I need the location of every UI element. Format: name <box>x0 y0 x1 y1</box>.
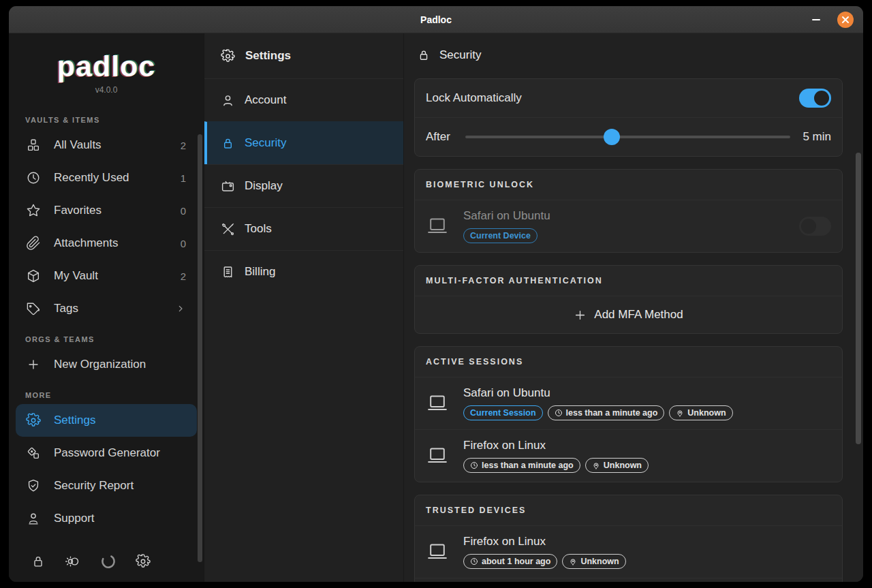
main-scrollbar[interactable] <box>856 153 861 444</box>
session-row[interactable]: Firefox on Linux less than a minute ago … <box>415 430 842 482</box>
session-row[interactable]: Safari on Ubuntu Current Session less th… <box>415 377 842 429</box>
theme-toggle-button[interactable] <box>64 553 82 570</box>
sidebar-item-count: 2 <box>181 270 186 282</box>
sessions-caption-row: ACTIVE SESSIONS <box>415 347 842 377</box>
window-controls <box>807 6 854 33</box>
sidebar-item-label: Settings <box>54 414 186 427</box>
mfa-caption: MULTI-FACTOR AUTHENTICATION <box>426 276 603 285</box>
settings-gear-button[interactable] <box>134 553 152 570</box>
star-icon <box>25 202 42 219</box>
sidebar-item-label: My Vault <box>54 269 168 283</box>
sidebar-item-password-generator[interactable]: Password Generator <box>9 437 204 469</box>
badge-label: Unknown <box>687 408 726 418</box>
biometric-caption-row: BIOMETRIC UNLOCK <box>415 170 842 200</box>
tab-account[interactable]: Account <box>204 78 403 121</box>
trusted-caption: TRUSTED DEVICES <box>426 506 526 515</box>
tab-label: Account <box>245 93 286 107</box>
laptop-icon <box>426 217 449 236</box>
settings-menu: Settings Account Security Display <box>204 33 403 582</box>
biometric-unlock-card: BIOMETRIC UNLOCK Safari on Ubuntu Curren… <box>414 169 843 253</box>
toggle-knob <box>801 219 816 234</box>
session-name: Safari on Ubuntu <box>463 386 831 400</box>
device-time-badge: about 1 hour ago <box>463 554 557 569</box>
tab-security[interactable]: Security <box>204 121 403 164</box>
tab-tools[interactable]: Tools <box>204 207 403 250</box>
gear-icon <box>221 49 235 63</box>
window-titlebar[interactable]: Padloc <box>9 6 863 33</box>
security-panel: Security Lock Automatically After <box>403 33 863 582</box>
plus-icon <box>574 309 587 322</box>
desktop-background: Padloc padloc v4.0.0 VAULTS & ITEMS All … <box>0 0 872 588</box>
trusted-device-name: Firefox on Linux <box>463 535 831 548</box>
panel-title: Security <box>439 48 481 62</box>
receipt-icon <box>220 264 235 279</box>
caption-vaults-items: VAULTS & ITEMS <box>9 106 204 129</box>
sidebar-item-security-report[interactable]: Security Report <box>9 469 204 502</box>
close-button[interactable] <box>837 12 854 28</box>
lock-icon <box>31 554 46 569</box>
sidebar: padloc v4.0.0 VAULTS & ITEMS All Vaults … <box>9 33 204 582</box>
sidebar-item-tags[interactable]: Tags <box>9 292 204 325</box>
cubes-icon <box>25 137 42 153</box>
sidebar-item-attachments[interactable]: Attachments 0 <box>9 227 204 260</box>
caption-more: MORE <box>9 381 204 404</box>
sidebar-item-settings[interactable]: Settings <box>16 404 197 437</box>
badge-row: less than a minute ago Unknown <box>463 458 831 473</box>
sidebar-item-label: Security Report <box>54 479 186 493</box>
tab-label: Display <box>245 179 283 193</box>
laptop-icon <box>426 446 449 465</box>
after-slider-thumb[interactable] <box>604 129 620 145</box>
sidebar-item-all-vaults[interactable]: All Vaults 2 <box>9 129 204 161</box>
after-slider[interactable] <box>465 127 791 146</box>
device-info: Safari on Ubuntu Current Device <box>463 209 799 243</box>
badge-label: Unknown <box>580 557 619 566</box>
lock-automatically-toggle[interactable] <box>799 89 831 108</box>
tools-icon <box>220 221 235 236</box>
sidebar-item-my-vault[interactable]: My Vault 2 <box>9 260 204 292</box>
trusted-device-row[interactable]: Firefox on Linux about 1 hour ago Unknow… <box>415 526 842 578</box>
minimize-button[interactable] <box>807 11 825 29</box>
settings-menu-title: Settings <box>245 49 291 63</box>
sidebar-item-count: 0 <box>181 238 186 249</box>
lock-app-button[interactable] <box>29 553 47 570</box>
badge-label: less than a minute ago <box>566 408 658 418</box>
sidebar-item-favorites[interactable]: Favorites 0 <box>9 194 204 227</box>
badge-label: Current Device <box>470 231 531 241</box>
sidebar-item-recently-used[interactable]: Recently Used 1 <box>9 161 204 194</box>
after-slider-track[interactable] <box>465 136 791 138</box>
add-mfa-method-button[interactable]: Add MFA Method <box>415 296 842 333</box>
lock-automatically-label: Lock Automatically <box>426 91 522 105</box>
sidebar-item-label: New Organization <box>54 358 186 371</box>
trusted-caption-row: TRUSTED DEVICES <box>415 495 842 525</box>
sync-spinner-icon <box>99 553 117 570</box>
caption-orgs-teams: ORGS & TEAMS <box>9 325 204 348</box>
tab-billing[interactable]: Billing <box>204 250 403 293</box>
plus-icon <box>25 356 42 373</box>
panel-header: Security <box>404 33 863 77</box>
theme-icon <box>65 553 81 570</box>
after-label: After <box>426 130 450 144</box>
current-session-badge: Current Session <box>463 405 543 420</box>
sidebar-item-new-organization[interactable]: New Organization <box>9 348 204 381</box>
tab-display[interactable]: Display <box>204 164 403 207</box>
person-icon <box>220 93 235 108</box>
add-mfa-label: Add MFA Method <box>594 308 683 322</box>
sidebar-scrollbar[interactable] <box>198 134 202 562</box>
session-time-badge: less than a minute ago <box>463 458 580 473</box>
lock-automatically-row: Lock Automatically <box>415 79 842 117</box>
lock-icon <box>220 136 235 151</box>
trusted-devices-card: TRUSTED DEVICES Firefox on Linux <box>414 495 843 582</box>
sync-button[interactable] <box>99 553 117 570</box>
display-tv-icon <box>220 179 235 194</box>
badge-row: Current Session less than a minute ago U… <box>463 405 831 420</box>
biometric-toggle[interactable] <box>799 217 831 236</box>
sidebar-item-support[interactable]: Support <box>9 502 204 535</box>
badge-row: about 1 hour ago Unknown <box>463 554 831 569</box>
session-info: Safari on Ubuntu Current Session less th… <box>463 386 831 420</box>
location-pin-icon <box>569 557 577 566</box>
sessions-caption: ACTIVE SESSIONS <box>426 357 523 367</box>
after-value: 5 min <box>803 130 831 144</box>
card-stub <box>415 578 842 582</box>
sidebar-item-label: Support <box>54 512 186 525</box>
active-sessions-card: ACTIVE SESSIONS Safari on Ubuntu Current… <box>414 346 843 482</box>
